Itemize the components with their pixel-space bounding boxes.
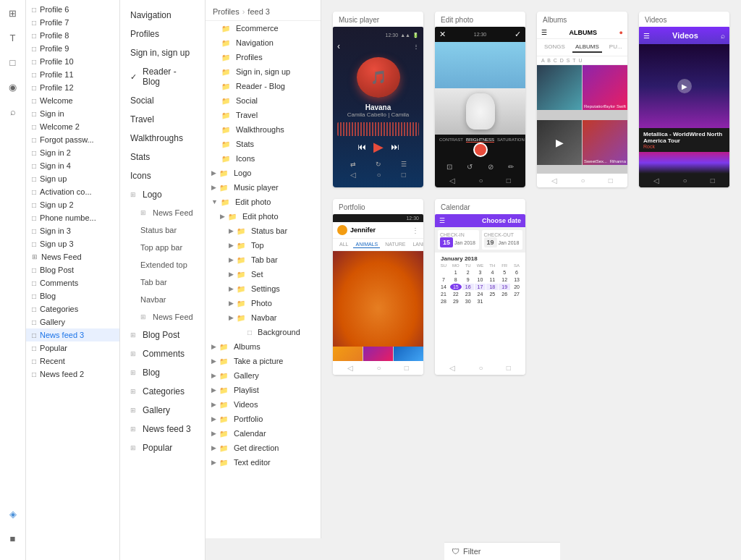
tree-item-sign-in-2[interactable]: □Sign in 2 [26,146,119,159]
album-cell-4[interactable]: SweetSex... Rihanna [583,120,627,165]
tree-item-sign-up[interactable]: □Sign up [26,172,119,185]
cal-day[interactable]: 22 [450,291,462,297]
tree-item-welcome-2[interactable]: □Welcome 2 [26,120,119,133]
cal-day[interactable]: 18 [486,284,498,290]
tree-item-categories[interactable]: □Categories [26,302,119,315]
cal-day[interactable]: 12 [499,276,510,283]
cat-item-get-direction-29[interactable]: ▶📁Get direction [206,441,321,455]
album-cell-3[interactable]: ▶ [537,120,582,165]
videos-nav-recent[interactable]: □ [711,177,715,184]
sidebar-icon-5[interactable]: ⌕ [6,104,20,119]
sidebar-icon-2[interactable]: T [6,30,20,45]
cal-nav-home[interactable]: ○ [478,364,483,372]
tree-item-news-feed[interactable]: ⊞News Feed [26,250,119,263]
tree-item-profile-8[interactable]: □Profile 8 [26,29,119,42]
music-list-icon[interactable]: ☰ [401,161,407,168]
tree-item-forgot-passw...[interactable]: □Forgot passw... [26,133,119,146]
portfolio-tab-nature[interactable]: NATURE [383,241,407,248]
cat-item-reader---blog-4[interactable]: 📁Reader - Blog [206,79,321,93]
edit-pen-icon[interactable]: ✏ [508,163,514,171]
albums-tab-pu[interactable]: PU... [606,42,625,53]
portfolio-nav-home[interactable]: ○ [376,364,381,372]
videos-menu-icon[interactable]: ☰ [643,32,650,40]
albums-nav-home[interactable]: ○ [580,177,585,184]
cal-nav-recent[interactable]: □ [507,364,511,372]
cat-item-tab-bar-16[interactable]: ▶📁Tab bar [206,253,321,267]
cat-item-edit-photo-13[interactable]: ▶📁Edit photo [206,209,321,224]
cat-item-text-editor-30[interactable]: ▶📁Text editor [206,455,321,470]
nav-item-navigation[interactable]: Navigation [120,6,205,25]
cal-day[interactable]: 15 [450,284,462,290]
music-play-btn[interactable]: ▶ [373,139,384,155]
cat-item-walkthroughs-7[interactable]: 📁Walkthroughs [206,122,321,137]
brightness-knob[interactable] [473,143,488,157]
edit-adjust-icon[interactable]: ⊘ [488,163,494,171]
nav-item-blog[interactable]: ⊞Blog [120,363,205,382]
tree-item-profile-9[interactable]: □Profile 9 [26,42,119,55]
cal-day[interactable]: 14 [438,284,449,290]
cal-day[interactable]: 2 [462,269,474,276]
tree-item-news-feed-3[interactable]: □News feed 3 [26,328,119,341]
edit-rotate-icon[interactable]: ↺ [467,163,473,171]
cat-item-portfolio-27[interactable]: ▶📁Portfolio [206,412,321,426]
cal-day[interactable]: 4 [486,269,498,276]
cal-day[interactable]: 16 [462,284,474,290]
nav-item-categories[interactable]: ⊞Categories [120,382,205,401]
cat-item-videos-26[interactable]: ▶📁Videos [206,397,321,412]
cal-day[interactable]: 27 [511,291,522,297]
cal-menu-icon[interactable]: ☰ [439,217,445,224]
cat-item-gallery-24[interactable]: ▶📁Gallery [206,368,321,383]
portfolio-tab-all[interactable]: ALL [337,241,350,248]
tree-item-profile-6[interactable]: □Profile 6 [26,3,119,16]
tree-item-sign-in-4[interactable]: □Sign in 4 [26,159,119,172]
music-nav-back[interactable]: ◁ [350,171,356,179]
cal-day[interactable]: 30 [462,298,474,305]
nav-item-blog-post[interactable]: ⊞Blog Post [120,326,205,344]
nav-item-comments[interactable]: ⊞Comments [120,344,205,363]
cal-day[interactable]: 29 [450,298,462,305]
nav-item-top-app-bar[interactable]: Top app bar [120,239,205,256]
cal-day[interactable]: 31 [475,298,486,305]
albums-nav-back[interactable]: ◁ [551,177,557,184]
music-next-btn[interactable]: ⏭ [391,142,399,152]
cal-day[interactable]: 24 [475,291,486,297]
cat-item-background-21[interactable]: □Background [206,325,321,339]
albums-menu-icon[interactable]: ☰ [541,29,547,36]
cal-day[interactable]: 5 [499,269,510,276]
album-cell-1[interactable] [537,65,582,110]
cal-day[interactable]: 3 [475,269,486,276]
videos-nav-home[interactable]: ○ [682,177,687,184]
tree-item-sign-in-3[interactable]: □Sign in 3 [26,224,119,237]
music-back-icon[interactable]: ‹ [337,41,340,51]
cal-day[interactable]: 11 [486,276,498,283]
cal-day[interactable]: 9 [462,276,474,283]
cat-item-travel-6[interactable]: 📁Travel [206,108,321,122]
nav-item-news-feed[interactable]: ⊞News Feed [120,204,205,221]
nav-item-tab-bar[interactable]: Tab bar [120,273,205,291]
tree-item-sign-in[interactable]: □Sign in [26,107,119,120]
cat-item-ecommerce-0[interactable]: 📁Ecommerce [206,21,321,35]
cal-day[interactable]: 23 [462,291,474,297]
filter-bar[interactable]: 🛡 Filter [444,542,560,560]
tree-item-profile-12[interactable]: □Profile 12 [26,81,119,94]
cal-day[interactable]: 21 [438,291,449,297]
tree-item-sign-up-3[interactable]: □Sign up 3 [26,237,119,250]
portfolio-thumb-3[interactable] [394,347,423,361]
cal-day[interactable]: 13 [511,276,522,283]
portfolio-thumb-2[interactable] [363,347,393,361]
tree-item-profile-11[interactable]: □Profile 11 [26,68,119,81]
portfolio-nav-back[interactable]: ◁ [347,364,353,372]
music-nav-recent[interactable]: □ [402,171,406,179]
tree-item-gallery[interactable]: □Gallery [26,315,119,328]
edit-nav-recent[interactable]: □ [507,177,511,184]
videos-nav-back[interactable]: ◁ [653,177,659,184]
cat-item-logo-10[interactable]: ▶📁Logo [206,166,321,180]
breadcrumb-profiles[interactable]: Profiles [213,7,240,16]
videos-search-icon[interactable]: ⌕ [721,32,725,40]
portfolio-tab-animals[interactable]: ANIMALS [353,241,380,248]
nav-item-travel[interactable]: Travel [120,110,205,129]
cal-day[interactable]: 17 [475,284,486,290]
tree-item-welcome[interactable]: □Welcome [26,94,119,107]
edit-close-icon[interactable]: ✕ [439,30,446,39]
cat-item-top-15[interactable]: ▶📁Top [206,238,321,253]
